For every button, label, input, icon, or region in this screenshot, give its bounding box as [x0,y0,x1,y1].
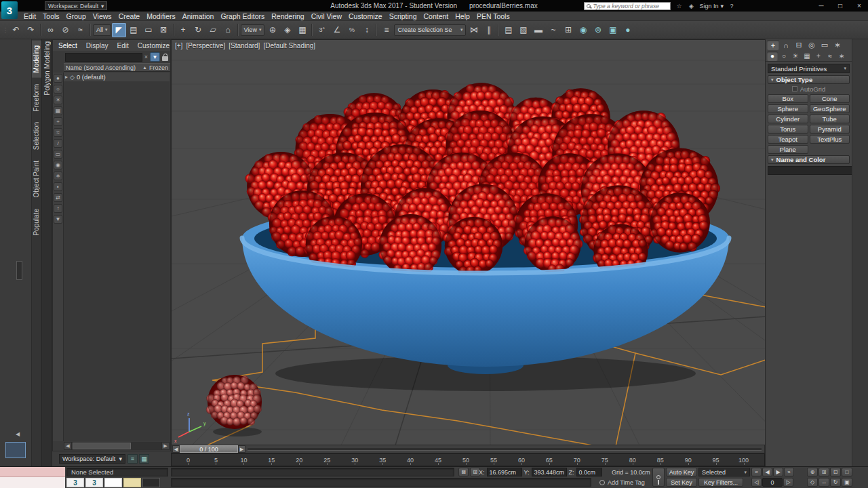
selection-filter-dropdown[interactable]: All▾ [93,24,111,36]
toggle-scene-explorer-button[interactable]: ▤ [501,23,515,37]
communication-center-icon[interactable]: ◈ [686,1,696,10]
explorer-display-lights-toggle[interactable]: ☀ [54,96,62,104]
scene-explorer-row-default[interactable]: ▸ ◇ 0 (default) [64,73,170,81]
explorer-advanced-filter-button[interactable]: ▼ [54,215,62,224]
object-type-button[interactable]: TextPlus [810,135,850,144]
collapse-arrow-icon[interactable]: ◀ [16,431,20,437]
explorer-tab-edit[interactable]: Edit [113,42,133,49]
edit-named-selection-sets-button[interactable]: ≡ [379,23,393,37]
reference-coordinate-dropdown[interactable]: View▾ [241,24,265,36]
explorer-lock-cell-editing-toggle[interactable]: ▪ [54,182,62,191]
taskbar-document[interactable] [104,478,122,487]
object-type-button[interactable]: Box [768,94,808,103]
current-frame-field[interactable]: 0 [762,478,783,487]
auto-key-button[interactable]: Auto Key [666,468,697,476]
align-button[interactable]: ∥ [481,23,496,37]
ribbon-tab-freeform[interactable]: Freeform [32,79,41,117]
pan-view-button[interactable]: ↔ [818,478,829,487]
viewport-layout-tab[interactable] [16,261,22,280]
panel-tab-hierarchy[interactable]: ⊟ [793,40,805,50]
zoom-button[interactable]: ⊕ [807,468,818,476]
perspective-viewport[interactable]: xyz [+][Perspective][Standard][Default S… [171,39,765,445]
menu-customize[interactable]: Customize [345,12,386,20]
menu-modifiers[interactable]: Modifiers [143,12,179,20]
category-lights[interactable]: ☀ [790,52,801,61]
help-icon[interactable]: ? [726,1,737,10]
menu-civil-view[interactable]: Civil View [308,12,345,20]
menu-views[interactable]: Views [90,12,115,20]
next-frame-arrow-icon[interactable]: ▶ [238,445,245,453]
category-helpers[interactable]: + [813,52,824,61]
column-frozen[interactable]: Frozen [149,64,168,71]
category-cameras[interactable]: ▦ [802,52,812,61]
column-name[interactable]: Name (Sorted Ascending) [66,64,140,71]
go-to-start-button[interactable]: « [751,468,762,476]
schematic-view-button[interactable]: ⊞ [561,23,575,37]
explorer-pick-parent-button[interactable]: ↑ [54,204,62,213]
explorer-config-button[interactable]: ≡ [127,454,138,464]
filter-icon[interactable]: ▼ [150,52,160,62]
time-slider-handle[interactable]: 0 / 100 [180,445,238,453]
sign-in-button[interactable]: Sign In ▾ [699,3,724,9]
explorer-display-bones-toggle[interactable]: / [54,139,62,148]
clear-search-icon[interactable]: × [144,54,148,60]
time-slider-track[interactable] [248,448,762,451]
previous-key-button[interactable]: ◁ [751,478,762,487]
scrollbar-thumb[interactable] [73,443,131,449]
workspace-selector-dropdown[interactable]: Workspace: Default ▾ [59,454,125,464]
field-of-view-button[interactable]: ◇ [807,478,818,487]
menu-animation[interactable]: Animation [179,12,218,20]
select-object-button[interactable]: ◤ [112,23,126,37]
redo-button[interactable]: ↷ [24,23,38,37]
object-type-button[interactable]: Plane [768,145,808,154]
select-by-name-button[interactable]: ▤ [127,23,141,37]
select-and-manipulate-button[interactable]: ◈ [280,23,294,37]
taskbar-3dsmax-2[interactable]: 3 [85,478,103,487]
category-systems[interactable]: ∗ [836,52,847,61]
bind-to-space-warp-button[interactable]: ≈ [73,23,87,37]
explorer-display-helpers-toggle[interactable]: + [54,117,62,126]
menu-content[interactable]: Content [420,12,452,20]
help-search-box[interactable] [584,2,671,10]
category-shapes[interactable]: ○ [778,52,789,61]
key-filters-button[interactable]: Key Filters... [698,478,743,487]
ribbon-panel-polygon-modeling[interactable]: Polygon Modeling [43,41,51,96]
viewport-menu-shading[interactable]: [Default Shading] [263,42,315,49]
favorites-icon[interactable]: ☆ [673,1,684,10]
workspace-dropdown[interactable]: Workspace: Default ▾ [45,1,107,10]
ribbon-tab-modeling[interactable]: Modeling [32,41,41,78]
toggle-layer-explorer-button[interactable]: ▧ [516,23,530,37]
viewport-menu-plus[interactable]: [+] [175,42,182,49]
select-and-link-button[interactable]: ∞ [43,23,58,37]
explorer-tab-customize[interactable]: Customize [134,42,174,49]
lock-icon[interactable] [162,56,168,61]
object-type-button[interactable]: Teapot [768,135,808,144]
explorer-display-space-warps-toggle[interactable]: ≈ [54,128,62,137]
menu-rendering[interactable]: Rendering [268,12,307,20]
expander-icon[interactable]: ▸ [65,74,68,80]
app-menu-button[interactable]: 3 [1,1,18,19]
menu-edit[interactable]: Edit [20,12,39,20]
category-geometry[interactable]: ● [767,52,778,61]
curve-editor-button[interactable]: ~ [546,23,560,37]
toggle-ribbon-button[interactable]: ▬ [531,23,545,37]
add-time-tag-button[interactable]: Add Time Tag [599,479,645,486]
taskbar-3dsmax-1[interactable]: 3 [66,478,84,487]
go-to-end-button[interactable]: » [784,468,794,476]
explorer-display-frozen-toggle[interactable]: ∗ [54,171,62,180]
panel-tab-utilities[interactable]: ∗ [831,40,844,50]
selection-lock-toggle[interactable]: ⊠ [458,468,469,476]
menu-graph-editors[interactable]: Graph Editors [217,12,268,20]
time-slider[interactable]: ◀ 0 / 100 ▶ [171,445,765,453]
maxscript-mini-listener[interactable] [0,467,65,477]
explorer-display-containers-toggle[interactable]: ▭ [54,150,62,159]
scene-object-list[interactable]: ▸ ◇ 0 (default) [64,73,170,441]
select-and-scale-button[interactable]: ▱ [206,23,220,37]
menu-help[interactable]: Help [452,12,473,20]
scroll-right-icon[interactable]: ▶ [161,442,170,450]
explorer-layout-button[interactable]: ▦ [139,454,149,464]
taskbar-app[interactable] [142,478,160,487]
mirror-button[interactable]: ⋈ [467,23,481,37]
keyboard-shortcut-override-toggle[interactable]: ▦ [295,23,309,37]
menu-group[interactable]: Group [63,12,90,20]
